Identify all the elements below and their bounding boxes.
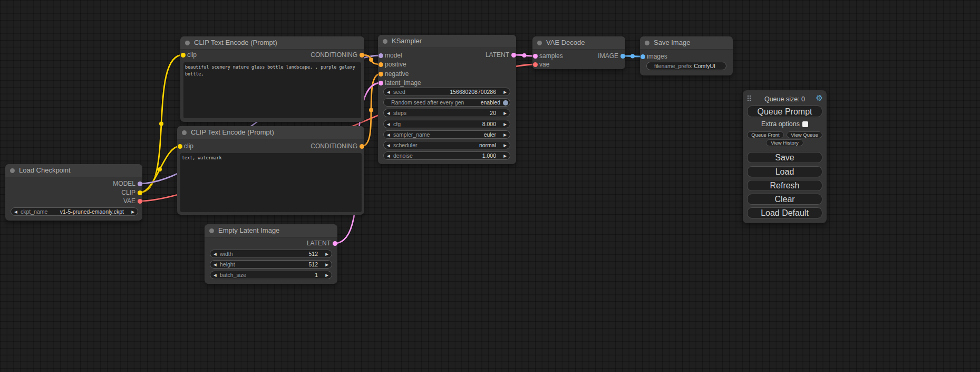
cfg-widget[interactable]: ◀▶cfg8.000 — [383, 120, 510, 128]
increment-arrow-icon[interactable]: ▶ — [503, 109, 507, 117]
vae-output-port[interactable] — [138, 199, 142, 204]
increment-arrow-icon[interactable]: ▶ — [503, 131, 507, 139]
batch-size-widget[interactable]: ◀▶batch_size1 — [210, 271, 332, 279]
clip-input-port[interactable] — [178, 144, 182, 149]
scheduler-value: normal — [479, 141, 496, 149]
negative-input-port[interactable] — [379, 72, 383, 77]
toggle-circle-icon[interactable] — [503, 100, 508, 106]
clip-input-label: clip — [187, 52, 197, 58]
node-title-bar[interactable]: CLIP Text Encode (Prompt) — [177, 126, 364, 139]
prompt-text-area[interactable]: beautiful scenery nature glass bottle la… — [183, 62, 361, 118]
filename-prefix-widget[interactable]: filename_prefixComfyUI — [646, 62, 726, 70]
increment-arrow-icon[interactable]: ▶ — [503, 88, 507, 96]
node-vae-decode[interactable]: VAE DecodesamplesvaeIMAGE — [532, 36, 625, 69]
model-input-port[interactable] — [379, 53, 383, 58]
node-title-bar[interactable]: KSampler — [378, 35, 516, 48]
increment-arrow-icon[interactable]: ▶ — [503, 120, 507, 128]
ckpt-name-widget[interactable]: ◀▶ckpt_namev1-5-pruned-emaonly.ckpt — [11, 207, 138, 216]
positive-conditioning-to-ksampler-midpoint-dot — [369, 58, 373, 62]
node-save-image[interactable]: Save Imageimagesfilename_prefixComfyUI — [640, 36, 733, 75]
gear-icon[interactable]: ⚙ — [816, 94, 823, 102]
node-ksampler[interactable]: KSamplermodelpositivenegativelatent_imag… — [378, 35, 516, 164]
node-title-bar[interactable]: CLIP Text Encode (Prompt) — [180, 36, 364, 50]
view-history-button[interactable]: View History — [766, 139, 803, 146]
decrement-arrow-icon[interactable]: ◀ — [387, 131, 390, 139]
increment-arrow-icon[interactable]: ▶ — [503, 141, 507, 149]
latent-output-label: LATENT — [307, 240, 331, 246]
collapse-dot-icon[interactable] — [185, 41, 190, 45]
node-clip-text-encode-positive[interactable]: CLIP Text Encode (Prompt)clipCONDITIONIN… — [180, 36, 364, 122]
conditioning-output-port[interactable] — [360, 53, 364, 58]
extra-options-checkbox[interactable] — [802, 121, 808, 127]
node-title-bar[interactable]: Empty Latent Image — [205, 224, 337, 237]
model-output-port[interactable] — [138, 182, 142, 186]
latent-image-input-port[interactable] — [379, 81, 383, 85]
conditioning-output-port[interactable] — [360, 144, 364, 149]
decrement-arrow-icon[interactable]: ◀ — [387, 109, 390, 117]
samples-input-port[interactable] — [533, 54, 538, 59]
width-widget[interactable]: ◀▶width512 — [210, 250, 332, 258]
load-default-button[interactable]: Load Default — [747, 207, 822, 218]
seed-widget[interactable]: ◀▶seed156680208700286 — [383, 88, 510, 96]
view-queue-button[interactable]: View Queue — [787, 131, 822, 138]
vae-input-label: vae — [539, 61, 549, 68]
height-widget[interactable]: ◀▶height512 — [210, 260, 332, 269]
width-label: width — [220, 250, 233, 258]
vae-input-port[interactable] — [533, 62, 538, 67]
node-title-bar[interactable]: Load Checkpoint — [5, 164, 142, 177]
filename-prefix-label: filename_prefix — [654, 62, 692, 70]
collapse-dot-icon[interactable] — [10, 168, 15, 173]
decrement-arrow-icon[interactable]: ◀ — [14, 208, 17, 216]
clear-button[interactable]: Clear — [747, 194, 822, 205]
decrement-arrow-icon[interactable]: ◀ — [214, 261, 217, 269]
clip-input-port[interactable] — [181, 53, 186, 58]
latent-output-port[interactable] — [511, 53, 516, 58]
collapse-dot-icon[interactable] — [182, 130, 187, 135]
sampler-name-widget[interactable]: ◀▶sampler_nameeuler — [383, 130, 510, 139]
image-output-port[interactable] — [620, 54, 625, 59]
image-output-label: IMAGE — [598, 53, 618, 59]
random-seed-after-every-gen-widget[interactable]: Random seed after every genenabled — [383, 98, 510, 107]
collapse-dot-icon[interactable] — [383, 39, 387, 44]
decrement-arrow-icon[interactable]: ◀ — [387, 120, 390, 128]
queue-prompt-button[interactable]: Queue Prompt — [747, 106, 822, 117]
refresh-button[interactable]: Refresh — [747, 180, 822, 191]
images-input-port[interactable] — [641, 54, 645, 59]
node-title: VAE Decode — [546, 36, 585, 49]
increment-arrow-icon[interactable]: ▶ — [325, 271, 328, 279]
positive-input-port[interactable] — [379, 62, 383, 67]
denoise-value: 1.000 — [482, 152, 496, 160]
graph-canvas[interactable]: Load CheckpointMODELCLIPVAE◀▶ckpt_namev1… — [0, 0, 980, 372]
vae-output-label: VAE — [123, 198, 135, 204]
clip-output-port[interactable] — [138, 190, 142, 195]
decrement-arrow-icon[interactable]: ◀ — [214, 250, 217, 258]
collapse-dot-icon[interactable] — [645, 41, 649, 45]
steps-widget[interactable]: ◀▶steps20 — [383, 109, 510, 117]
increment-arrow-icon[interactable]: ▶ — [325, 250, 328, 258]
model-input-label: model — [385, 52, 402, 59]
node-title-bar[interactable]: Save Image — [640, 36, 733, 50]
node-title-bar[interactable]: VAE Decode — [532, 36, 625, 50]
load-button[interactable]: Load — [747, 166, 822, 177]
decrement-arrow-icon[interactable]: ◀ — [387, 141, 390, 149]
batch-size-value: 1 — [315, 271, 318, 279]
width-value: 512 — [308, 250, 318, 258]
decrement-arrow-icon[interactable]: ◀ — [387, 88, 390, 96]
node-empty-latent-image[interactable]: Empty Latent ImageLATENT◀▶width512◀▶heig… — [205, 224, 337, 284]
collapse-dot-icon[interactable] — [537, 41, 542, 45]
increment-arrow-icon[interactable]: ▶ — [503, 152, 507, 160]
save-button[interactable]: Save — [747, 152, 822, 163]
increment-arrow-icon[interactable]: ▶ — [325, 261, 328, 269]
node-load-checkpoint[interactable]: Load CheckpointMODELCLIPVAE◀▶ckpt_namev1… — [5, 164, 142, 221]
queue-front-button[interactable]: Queue Front — [747, 131, 784, 138]
increment-arrow-icon[interactable]: ▶ — [131, 208, 134, 216]
queue-panel: Queue size: 0 ⚙ Queue Prompt Extra optio… — [743, 90, 827, 223]
collapse-dot-icon[interactable] — [209, 228, 214, 233]
prompt-text-area[interactable]: text, watermark — [180, 153, 362, 212]
decrement-arrow-icon[interactable]: ◀ — [214, 271, 217, 279]
scheduler-widget[interactable]: ◀▶schedulernormal — [383, 141, 510, 149]
denoise-widget[interactable]: ◀▶denoise1.000 — [383, 151, 510, 160]
decrement-arrow-icon[interactable]: ◀ — [387, 152, 390, 160]
node-clip-text-encode-negative[interactable]: CLIP Text Encode (Prompt)clipCONDITIONIN… — [177, 126, 364, 215]
latent-output-port[interactable] — [333, 241, 337, 246]
